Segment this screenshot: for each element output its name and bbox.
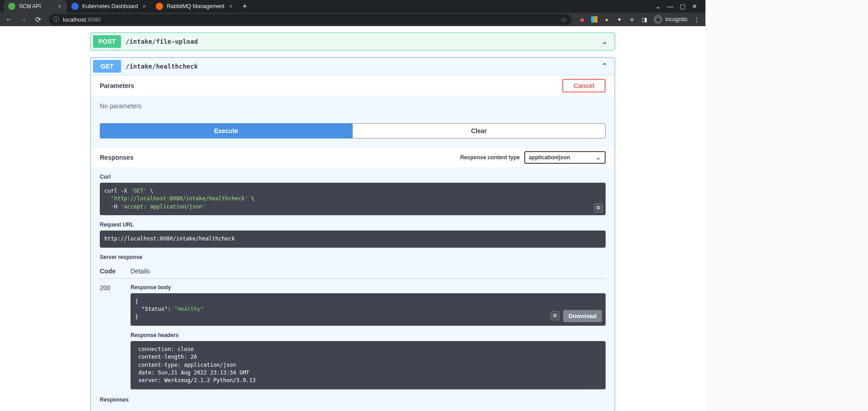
chevron-up-icon: ⌃ [597,61,612,71]
request-url-label: Request URL [100,222,606,228]
no-parameters-text: No parameters [100,102,606,110]
incognito-badge: ◉ Incognito [653,15,687,24]
browser-address-bar: ← → ⟳ ⓘ localhost:8080 ☆ ◆ ● ✦ ≡ ◨ ◉ Inc… [0,13,705,26]
server-response-label: Server response [100,254,606,260]
request-url-block: http://localhost:8080/intake/healthcheck [100,231,606,247]
reading-list-icon[interactable]: ≡ [628,16,635,23]
response-headers-label: Response headers [131,332,606,338]
browser-tab[interactable]: Kubernetes Dashboard × [67,0,151,13]
side-panel-icon[interactable]: ◨ [641,16,648,23]
code-column-header: Code [100,268,131,275]
url-text: localhost:8080 [63,16,101,23]
browser-menu-icon[interactable]: ⋮ [693,16,700,23]
nav-forward-button[interactable]: → [17,13,30,26]
page-viewport[interactable]: POST /intake/file-upload ⌄ GET /intake/h… [0,26,705,411]
extension-icon[interactable] [591,16,597,23]
nav-reload-button[interactable]: ⟳ [32,13,44,26]
window-close-icon[interactable]: ✕ [692,3,697,10]
opblock-summary[interactable]: POST /intake/file-upload ⌄ [91,33,615,50]
incognito-icon: ◉ [653,15,663,24]
download-button[interactable]: Download [563,310,602,322]
responses-footer-label: Responses [100,397,606,403]
cancel-button[interactable]: Cancel [562,79,606,92]
response-body-label: Response body [131,284,606,291]
response-content-type-label: Response content type [460,154,520,161]
details-column-header: Details [131,268,150,275]
curl-block: curl -X 'GET' \ 'http://localhost:8080/i… [100,183,606,215]
response-headers-block: connection: close content-length: 26 con… [131,341,606,389]
http-method-badge: GET [93,60,121,73]
response-row: 200 Response body { "Status": "Healthy" … [100,279,606,389]
chevron-down-icon[interactable]: ⌄ [655,3,661,10]
tab-title: SCM API [19,3,53,9]
tab-title: RabbitMQ Management [167,3,224,9]
response-body-block: { "Status": "Healthy" }⧉Download [131,293,606,326]
execute-button[interactable]: Execute [100,123,352,139]
response-table-header: Code Details [100,268,606,279]
parameters-title: Parameters [100,82,134,89]
tab-close-icon[interactable]: × [140,3,148,10]
new-tab-button[interactable]: + [238,2,252,11]
tab-title: Kubernetes Dashboard [82,3,138,9]
browser-tab[interactable]: SCM API × [4,0,67,13]
favicon-icon [71,3,79,10]
response-status-code: 200 [100,284,131,389]
endpoint-path: /intake/file-upload [126,38,597,45]
copy-icon[interactable]: ⧉ [594,203,603,212]
favicon-icon [156,3,163,10]
nav-back-button[interactable]: ← [3,13,15,26]
window-maximize-icon[interactable]: ▢ [680,3,686,10]
extensions-menu-icon[interactable]: ✦ [616,16,623,23]
site-info-icon[interactable]: ⓘ [53,15,59,23]
bookmark-star-icon[interactable]: ☆ [560,15,567,24]
browser-tab[interactable]: RabbitMQ Management × [151,0,238,13]
opblock-post-file-upload: POST /intake/file-upload ⌄ [90,32,615,51]
window-minimize-icon[interactable]: — [667,3,673,10]
http-method-badge: POST [93,35,121,48]
opblock-get-healthcheck: GET /intake/healthcheck ⌃ Parameters Can… [90,57,615,411]
extension-icon[interactable]: ● [603,16,610,23]
content-type-select[interactable]: application/json [524,151,606,164]
browser-tab-bar: SCM API × Kubernetes Dashboard × RabbitM… [0,0,705,13]
opblock-summary[interactable]: GET /intake/healthcheck ⌃ [91,58,615,75]
clear-button[interactable]: Clear [352,123,606,139]
tab-close-icon[interactable]: × [227,3,234,10]
chevron-down-icon: ⌄ [597,37,612,46]
curl-label: Curl [100,174,606,180]
responses-title: Responses [100,154,134,161]
parameters-header: Parameters Cancel [91,75,615,96]
responses-header: Responses Response content type applicat… [91,148,615,167]
endpoint-path: /intake/healthcheck [126,63,597,70]
extension-icon[interactable]: ◆ [579,16,586,23]
favicon-icon [8,3,15,10]
tab-close-icon[interactable]: × [56,3,63,10]
url-field[interactable]: ⓘ localhost:8080 ☆ [49,14,571,25]
copy-icon[interactable]: ⧉ [551,311,560,320]
